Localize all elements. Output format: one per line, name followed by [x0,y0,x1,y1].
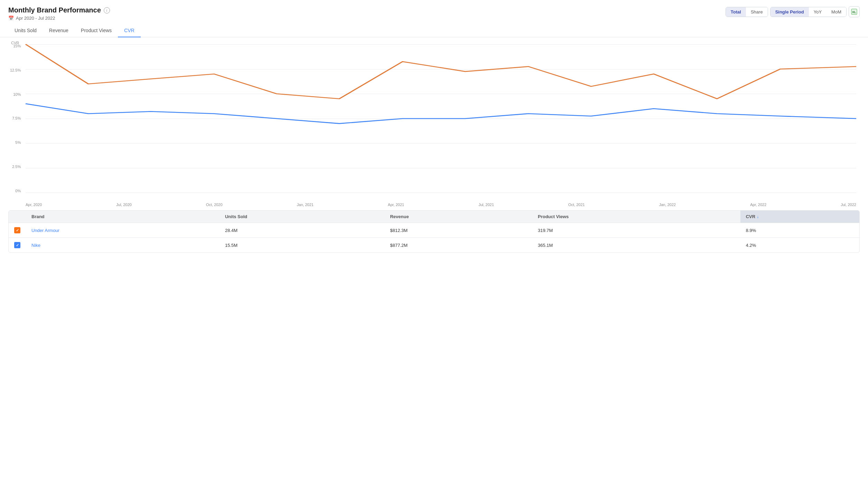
x-tick-apr21: Apr, 2021 [388,203,404,207]
th-units-sold-label: Units Sold [225,214,247,219]
calendar-icon: 📅 [8,16,14,21]
title-row: Monthly Brand Performance i [8,6,110,14]
th-checkbox [9,211,26,223]
x-tick-apr22: Apr, 2022 [750,203,766,207]
x-tick-apr20: Apr, 2020 [26,203,42,207]
ua-brand-cell: Under Armour [26,223,220,238]
single-period-button[interactable]: Single Period [770,7,809,17]
ua-brand-link[interactable]: Under Armour [31,228,59,233]
th-cvr-label: CVR [746,214,755,219]
nike-cvr-cell: 4.2% [740,238,859,253]
ua-check-mark: ✓ [16,228,19,233]
y-tick-75: 7.5% [10,117,21,120]
ua-revenue-cell: $812.3M [385,223,532,238]
svg-text:XL: XL [852,10,856,14]
nike-product-views-cell: 365.1M [532,238,740,253]
x-tick-jul21: Jul, 2021 [479,203,494,207]
tab-revenue[interactable]: Revenue [43,24,75,37]
x-tick-jul20: Jul, 2020 [116,203,132,207]
chart-container: 15% 12.5% 10% 7.5% 5% 2.5% 0% CVR [0,37,868,210]
th-units-sold[interactable]: Units Sold [220,211,385,223]
data-table: Brand Units Sold Revenue Product Views C… [8,210,860,253]
th-product-views-label: Product Views [538,214,569,219]
tab-product-views[interactable]: Product Views [75,24,118,37]
x-tick-jul22: Jul, 2022 [841,203,856,207]
total-button[interactable]: Total [726,7,746,17]
tab-bar: Units Sold Revenue Product Views CVR [0,24,868,37]
th-revenue-label: Revenue [390,214,409,219]
ua-cvr-cell: 8.9% [740,223,859,238]
nike-units-sold-cell: 15.5M [220,238,385,253]
info-icon[interactable]: i [104,7,110,13]
header-right: Total Share Single Period YoY MoM XL [726,6,860,17]
nike-brand-cell: Nike [26,238,220,253]
y-axis-labels: 15% 12.5% 10% 7.5% 5% 2.5% 0% [10,44,21,193]
ua-checkbox-cell: ✓ [9,223,26,238]
nike-checkbox-cell: ✓ [9,238,26,253]
page-title: Monthly Brand Performance [8,6,101,14]
ua-line [26,44,856,99]
period-toggle-group: Single Period YoY MoM [770,7,847,17]
x-tick-jan21: Jan, 2021 [297,203,313,207]
nike-revenue-cell: $877.2M [385,238,532,253]
date-range-text: Apr 2020 - Jul 2022 [16,16,55,21]
yoy-button[interactable]: YoY [809,7,827,17]
y-tick-5: 5% [10,141,21,145]
y-tick-125: 12.5% [10,68,21,72]
th-product-views[interactable]: Product Views [532,211,740,223]
nike-brand-link[interactable]: Nike [31,243,40,248]
th-cvr[interactable]: CVR ↓ [740,211,859,223]
y-axis-title: CVR [11,41,19,45]
table-header-row: Brand Units Sold Revenue Product Views C… [9,211,859,223]
share-button[interactable]: Share [746,7,768,17]
x-tick-oct20: Oct, 2020 [206,203,223,207]
x-tick-oct21: Oct, 2021 [568,203,585,207]
tab-units-sold[interactable]: Units Sold [8,24,43,37]
y-tick-0: 0% [10,189,21,193]
ua-checkbox[interactable]: ✓ [14,227,20,233]
th-revenue[interactable]: Revenue [385,211,532,223]
x-tick-jan22: Jan, 2022 [659,203,676,207]
nike-line [26,104,856,123]
view-toggle-group: Total Share [726,7,768,17]
y-tick-10: 10% [10,93,21,96]
tab-cvr[interactable]: CVR [118,24,141,37]
th-brand-label: Brand [31,214,45,219]
brand-table: Brand Units Sold Revenue Product Views C… [9,211,859,252]
y-tick-25: 2.5% [10,165,21,169]
chart-area: 15% 12.5% 10% 7.5% 5% 2.5% 0% CVR [26,44,856,207]
table-row: ✓ Under Armour 28.4M $812.3M 319.7M 8.9% [9,223,859,238]
sort-arrow-icon: ↓ [757,214,759,219]
ua-product-views-cell: 319.7M [532,223,740,238]
table-row: ✓ Nike 15.5M $877.2M 365.1M 4.2% [9,238,859,253]
excel-export-button[interactable]: XL [849,6,860,17]
date-range: 📅 Apr 2020 - Jul 2022 [8,16,110,21]
th-brand[interactable]: Brand [26,211,220,223]
page-header: Monthly Brand Performance i 📅 Apr 2020 -… [0,0,868,24]
mom-button[interactable]: MoM [827,7,846,17]
ua-units-sold-cell: 28.4M [220,223,385,238]
nike-check-mark: ✓ [16,243,19,248]
header-left: Monthly Brand Performance i 📅 Apr 2020 -… [8,6,110,21]
nike-checkbox[interactable]: ✓ [14,242,20,248]
chart-svg [26,44,856,193]
x-axis-labels: Apr, 2020 Jul, 2020 Oct, 2020 Jan, 2021 … [26,196,856,207]
